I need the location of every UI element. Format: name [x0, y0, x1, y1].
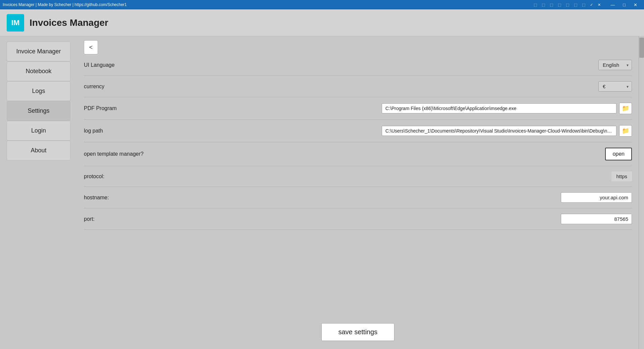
tb-icon-1: ⬚: [532, 2, 539, 8]
sidebar-item-settings[interactable]: Settings: [7, 101, 70, 121]
tb-icon-5: ⬚: [564, 2, 571, 8]
save-area: save settings: [77, 318, 639, 349]
setting-label-currency: currency: [84, 84, 158, 90]
sidebar-item-invoice-manager[interactable]: Invoice Manager: [7, 42, 70, 61]
setting-row-template-manager: open template manager?open: [84, 142, 632, 166]
setting-label-template-manager: open template manager?: [84, 151, 158, 157]
setting-label-pdf-program: PDF Program: [84, 105, 158, 111]
sidebar-item-notebook[interactable]: Notebook: [7, 61, 70, 81]
setting-control-ui-language: English: [158, 60, 632, 70]
back-button[interactable]: <: [84, 40, 98, 54]
scrollbar-thumb: [639, 38, 644, 58]
save-settings-button[interactable]: save settings: [321, 323, 395, 341]
tb-icon-4: ⬚: [556, 2, 563, 8]
close-button[interactable]: ✕: [630, 2, 641, 8]
dropdown-currency[interactable]: €: [598, 81, 632, 92]
setting-control-port: [158, 214, 632, 224]
input-port[interactable]: [561, 214, 632, 224]
setting-label-protocol: protocol:: [84, 173, 158, 180]
tb-icon-6: ⬚: [572, 2, 579, 8]
setting-label-log-path: log path: [84, 128, 158, 134]
main-layout: Invoice ManagerNotebookLogsSettingsLogin…: [0, 36, 644, 349]
setting-label-port: port:: [84, 216, 158, 222]
app-header: IM Invoices Manager: [0, 9, 644, 36]
setting-control-log-path: 📁: [158, 125, 632, 137]
setting-control-currency: €: [158, 81, 632, 92]
setting-row-currency: currency€: [84, 76, 632, 97]
app-container: IM Invoices Manager Invoice ManagerNoteb…: [0, 9, 644, 349]
title-bar: Invoices Manager | Made by Schecher | ht…: [0, 0, 644, 9]
nav-items-container: Invoice ManagerNotebookLogsSettingsLogin…: [7, 42, 70, 160]
right-scrollbar[interactable]: [639, 36, 644, 349]
input-pdf-program[interactable]: [382, 103, 616, 113]
tb-icon-8: ✓: [588, 2, 595, 8]
maximize-button[interactable]: □: [619, 2, 630, 8]
tb-icon-3: ⬚: [548, 2, 555, 8]
dropdown-wrapper-currency: €: [598, 81, 632, 92]
title-bar-left: Invoices Manager | Made by Schecher | ht…: [3, 2, 127, 7]
settings-form: UI LanguageEnglishcurrency€PDF Program📁l…: [77, 54, 639, 318]
setting-row-log-path: log path📁: [84, 120, 632, 142]
content-area: < UI LanguageEnglishcurrency€PDF Program…: [77, 36, 639, 349]
title-bar-controls[interactable]: — □ ✕: [606, 2, 641, 8]
folder-button-pdf-program[interactable]: 📁: [619, 103, 632, 114]
minimize-button[interactable]: —: [606, 2, 619, 8]
sidebar-item-logs[interactable]: Logs: [7, 81, 70, 101]
setting-control-template-manager: open: [158, 148, 632, 160]
setting-label-hostname: hostname:: [84, 195, 158, 201]
tb-icon-2: ⬚: [540, 2, 547, 8]
setting-row-port: port:: [84, 208, 632, 230]
app-logo: IM: [7, 14, 24, 32]
app-title: Invoices Manager: [30, 17, 108, 28]
setting-label-ui-language: UI Language: [84, 62, 158, 68]
sidebar-item-about[interactable]: About: [7, 141, 70, 160]
setting-row-protocol: protocol:https: [84, 166, 632, 187]
setting-control-pdf-program: 📁: [158, 103, 632, 114]
setting-control-hostname: [158, 192, 632, 203]
input-hostname[interactable]: [561, 192, 632, 203]
sidebar-item-login[interactable]: Login: [7, 121, 70, 141]
input-log-path[interactable]: [382, 126, 616, 136]
dropdown-ui-language[interactable]: English: [598, 60, 632, 70]
dropdown-wrapper-ui-language: English: [598, 60, 632, 70]
value-display-protocol: https: [611, 171, 632, 181]
setting-control-protocol: https: [158, 171, 632, 181]
tb-icon-9: ✕: [596, 2, 602, 8]
sidebar: Invoice ManagerNotebookLogsSettingsLogin…: [0, 36, 77, 349]
open-button-template-manager[interactable]: open: [605, 148, 632, 160]
title-bar-text: Invoices Manager | Made by Schecher | ht…: [3, 2, 127, 7]
setting-row-ui-language: UI LanguageEnglish: [84, 54, 632, 76]
folder-button-log-path[interactable]: 📁: [619, 125, 632, 137]
content-top: <: [77, 36, 639, 54]
setting-row-pdf-program: PDF Program📁: [84, 97, 632, 120]
tb-icon-7: ⬚: [580, 2, 587, 8]
setting-row-hostname: hostname:: [84, 187, 632, 208]
title-bar-icons: ⬚ ⬚ ⬚ ⬚ ⬚ ⬚ ⬚ ✓ ✕: [532, 2, 602, 8]
